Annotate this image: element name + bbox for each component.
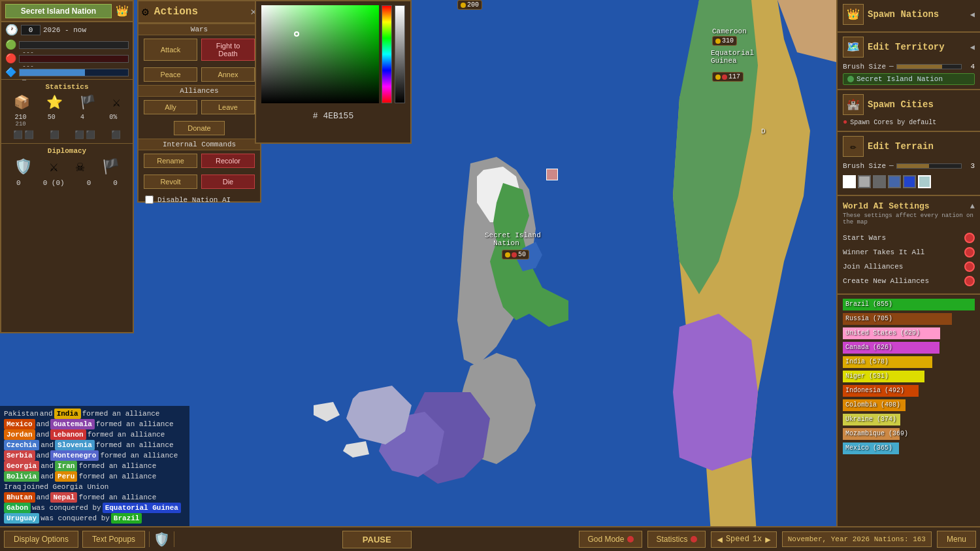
text-popups-button[interactable]: Text Popups: [82, 531, 145, 548]
spawn-cities-title: Spawn Cities: [868, 99, 975, 110]
lb-label: United States (629): [843, 327, 975, 339]
revolt-button[interactable]: Revolt: [144, 175, 197, 189]
leaderboard-item[interactable]: Brazil (855): [838, 297, 980, 312]
leaderboard-item[interactable]: Mexico (365): [838, 441, 980, 456]
display-options-button[interactable]: Display Options: [4, 531, 78, 548]
edit-territory-arrow[interactable]: ◀: [970, 42, 975, 52]
edit-territory-header: 🗺️ Edit Territory ◀: [843, 37, 975, 58]
terrain-swatch-white[interactable]: [843, 175, 856, 188]
year-display: 2026 - now: [43, 26, 86, 34]
leaderboard-item[interactable]: Mozambique (369): [838, 427, 980, 441]
lb-bar-wrap: Niger (531): [843, 371, 975, 382]
mini-icon-2: ⬛: [50, 130, 59, 140]
icon-group-0: ⬛ ⬛: [13, 130, 34, 140]
stat-icon-box: 📦: [14, 94, 30, 110]
ai-setting-join-alliances: Join Alliances: [843, 259, 975, 274]
world-ai-arrow[interactable]: ▲: [970, 202, 975, 211]
blue-bar-label: —: [20, 76, 26, 84]
leaderboard-item[interactable]: Indonesia (492): [838, 384, 980, 398]
terrain-swatch-lgray[interactable]: [858, 175, 871, 188]
year-row: 🕐 0 2026 - now: [1, 22, 133, 38]
stat-nums-row: 210 210 50 4 0%: [1, 112, 133, 129]
leaderboard-item[interactable]: United States (629): [838, 326, 980, 341]
ai-setting-start-wars-label: Start Wars: [843, 234, 886, 242]
speed-left-arrow[interactable]: ◀: [717, 534, 722, 545]
god-mode-label: God Mode: [587, 535, 624, 544]
statistics-label: Statistics: [656, 535, 687, 544]
nation-name-button[interactable]: Secret Island Nation: [5, 4, 112, 18]
lb-label: Canada (626): [843, 342, 975, 354]
map-marker: [546, 169, 558, 180]
terrain-brush-minus[interactable]: −: [889, 161, 894, 171]
ally-button[interactable]: Ally: [144, 100, 197, 114]
ai-toggle-create[interactable]: [964, 276, 975, 286]
color-brightness-bar[interactable]: [395, 5, 405, 103]
spawn-nations-icon: 👑: [843, 4, 864, 25]
leaderboard-item[interactable]: India (578): [838, 355, 980, 369]
brush-minus[interactable]: −: [889, 61, 894, 72]
lb-bar-wrap: Brazil (855): [843, 299, 975, 310]
terrain-swatch-blue1[interactable]: [888, 175, 901, 188]
fight-to-death-button[interactable]: Fight to Death: [201, 39, 255, 61]
diplo-icon-shield: 🛡️: [14, 158, 32, 176]
terrain-brush-size-row: Brush Size − 3: [843, 159, 975, 173]
speed-val: 1x: [753, 535, 762, 544]
leaderboard-item[interactable]: Colombia (408): [838, 398, 980, 412]
terrain-swatch-blue2[interactable]: [903, 175, 916, 188]
icon-group-1: ⬛: [50, 130, 59, 140]
color-saturation-area[interactable]: [261, 5, 379, 103]
color-hue-bar[interactable]: [382, 5, 392, 103]
donate-button[interactable]: Donate: [174, 121, 224, 135]
bottom-status: God Mode Statistics ◀ Speed 1x ▶ Novembe…: [579, 531, 976, 548]
spawn-cores-dot: ●: [843, 118, 847, 127]
lb-label: India (578): [843, 356, 975, 368]
leaderboard-item[interactable]: Ukraine (374): [838, 412, 980, 427]
attack-button[interactable]: Attack: [144, 39, 197, 61]
ai-toggle-start-wars[interactable]: [964, 233, 975, 243]
ai-setting-winner-takes: Winner Takes It All: [843, 245, 975, 259]
spawn-nations-arrow[interactable]: ◀: [970, 10, 975, 20]
disable-ai-checkbox[interactable]: [145, 195, 154, 204]
brush-slider-fill: [897, 65, 941, 69]
menu-button[interactable]: Menu: [937, 531, 976, 548]
leave-button[interactable]: Leave: [201, 100, 255, 114]
god-mode-dot: [627, 536, 634, 543]
god-mode-button[interactable]: God Mode: [579, 531, 642, 548]
green-bar-row: 🟢 ---: [1, 38, 133, 52]
statistics-dot: [691, 536, 697, 543]
ai-setting-start-wars: Start Wars: [843, 231, 975, 245]
terrain-brush-slider[interactable]: [896, 163, 962, 169]
alliances-btns-row: Ally Leave: [139, 97, 260, 118]
speed-right-arrow[interactable]: ▶: [765, 534, 770, 545]
wars-btns-row: Attack Fight to Death: [139, 35, 260, 64]
peace-button[interactable]: Peace: [144, 67, 197, 82]
color-overlay: [261, 5, 379, 103]
terrain-swatch-gray[interactable]: [873, 175, 886, 188]
svg-marker-4: [673, 314, 758, 471]
leaderboard-item[interactable]: Niger (531): [838, 369, 980, 384]
ai-toggle-winner[interactable]: [964, 247, 975, 258]
stat-icon-sword: ⚔️: [112, 94, 120, 110]
recolor-button[interactable]: Recolor: [201, 154, 255, 168]
diplomacy-title: Diplomacy: [1, 146, 133, 156]
die-button[interactable]: Die: [201, 175, 255, 189]
pause-button[interactable]: PAUSE: [342, 531, 412, 548]
statistics-button[interactable]: Statistics: [647, 531, 706, 548]
stat-num-0: 210 210: [8, 114, 34, 127]
rename-button[interactable]: Rename: [144, 154, 197, 168]
annex-button[interactable]: Annex: [201, 67, 255, 82]
color-hex-display: # 4EB155: [256, 107, 410, 125]
event-line: Iraq joined Georgia Union: [4, 482, 186, 492]
brush-slider[interactable]: [896, 64, 962, 69]
ai-toggle-join[interactable]: [964, 261, 975, 272]
disable-ai-row: Disable Nation AI: [139, 192, 260, 207]
leaderboard-item[interactable]: Russia (705): [838, 312, 980, 326]
bottom-bar: Display Options Text Popups 🛡️ PAUSE God…: [0, 526, 980, 551]
leaderboard-item[interactable]: Canada (626): [838, 341, 980, 355]
world-ai-section: World AI Settings ▲ These settings affec…: [838, 196, 980, 295]
total-badge: 200: [457, 0, 482, 10]
terrain-swatch-teal[interactable]: [918, 175, 931, 188]
lb-bar-wrap: Mexico (365): [843, 442, 975, 454]
edit-terrain-title: Edit Terrain: [868, 141, 975, 152]
edit-terrain-icon: ✏️: [843, 136, 864, 157]
